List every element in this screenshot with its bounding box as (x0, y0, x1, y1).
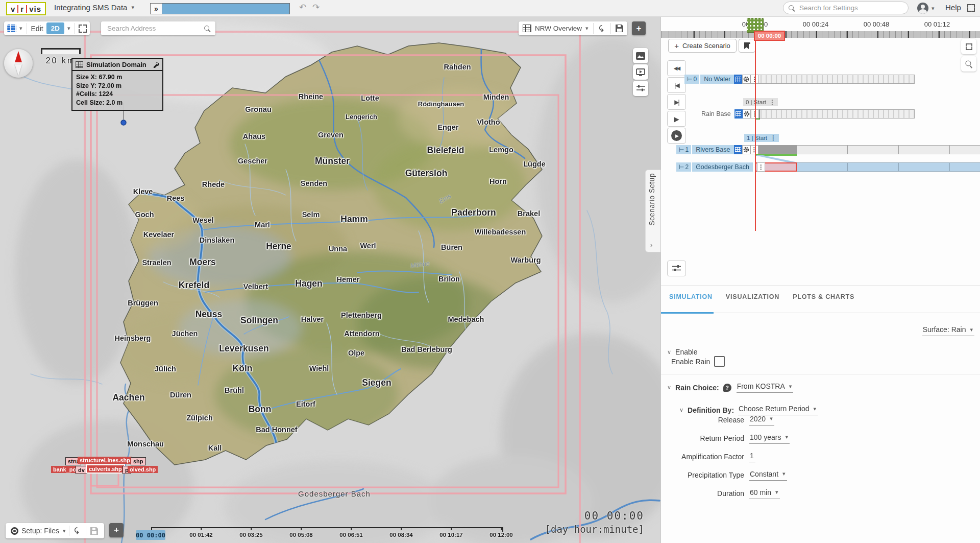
scenario-row-no-water[interactable]: ⊢0 No Water ⋮ (684, 75, 758, 84)
shapefile-label[interactable]: olved.shp (128, 466, 158, 473)
no-water-track[interactable] (755, 75, 915, 84)
scenario-row-rain-base[interactable]: Rain Base ⋮ (698, 109, 759, 119)
rain-choice-select[interactable]: From KOSTRA▾ (737, 382, 794, 393)
avatar-chevron-icon[interactable]: ▾ (932, 5, 935, 12)
scenario-gear-icon[interactable] (742, 75, 750, 84)
shapefile-label[interactable]: culverts.shp (86, 464, 125, 474)
tab[interactable]: PLOTS & CHARTS (793, 290, 854, 303)
timeline-settings-button[interactable] (667, 261, 686, 276)
city-label: Warburg (510, 256, 541, 264)
add-view-button[interactable]: + (632, 21, 646, 35)
wrench-icon[interactable] (153, 61, 159, 68)
field-value-control[interactable]: Constant▾ (749, 470, 787, 481)
address-search-input[interactable] (106, 24, 204, 33)
scenario-row-rivers-base[interactable]: ⊢1 Rivers Base ⋮ (676, 145, 758, 154)
scenario-label[interactable]: Godesberger Bach (692, 162, 753, 172)
reset-view-icon[interactable]: ↶ (596, 25, 607, 32)
load-progress-bar[interactable]: » (150, 3, 290, 14)
map-canvas[interactable]: RahdenMindenRheineLotteRödinghausenGrona… (0, 16, 660, 543)
map-fullscreen-icon[interactable] (79, 25, 87, 33)
map-settings-button[interactable] (633, 81, 648, 96)
play-button[interactable]: ▶ (667, 111, 686, 127)
scenario-setup-tab[interactable]: Scenario Setup › (645, 170, 660, 252)
scenario-label[interactable]: Rain Base (698, 109, 734, 119)
playhead-badge[interactable]: 00 00:00 (754, 31, 785, 41)
screenshot-button[interactable] (633, 48, 648, 63)
rain-base-track[interactable] (755, 109, 915, 119)
setup-reset-icon[interactable]: ↶ (72, 527, 83, 534)
rewind-button[interactable]: ◀◀ (667, 60, 686, 76)
scenario-gear-icon[interactable] (743, 109, 751, 119)
address-search[interactable] (101, 21, 215, 35)
project-title: Integrating SMS Data (54, 3, 127, 12)
settings-search-input[interactable] (798, 4, 903, 12)
scenario-label[interactable]: No Water (700, 75, 734, 84)
overview-chevron-icon[interactable]: ▾ (585, 25, 589, 32)
enable-section-header[interactable]: ∨ Enable (667, 348, 698, 356)
undo-icon[interactable]: ↶ (299, 2, 306, 13)
field-value-control[interactable]: 2020▾ (749, 415, 774, 426)
scenario-gear-icon[interactable] (742, 145, 750, 154)
help-icon[interactable]: ? (723, 384, 731, 392)
setup-add-button[interactable]: + (109, 523, 124, 537)
rivers-base-track[interactable] (797, 145, 980, 154)
scenario-kebab-icon[interactable]: ⋮ (757, 162, 765, 172)
scenario-row-godesberger[interactable]: ⊢2 Godesberger Bach ⋮ (676, 162, 765, 172)
godesberger-track[interactable] (797, 162, 980, 172)
surface-select[interactable]: Surface: Rain▾ (922, 325, 974, 336)
setup-chevron-icon[interactable]: ▾ (63, 528, 66, 534)
panel-fullscreen-button[interactable] (961, 39, 976, 54)
tab[interactable]: VISUALIZATION (726, 290, 779, 303)
avatar[interactable] (917, 3, 928, 14)
settings-search[interactable] (783, 2, 909, 14)
field-value-control[interactable]: 1 (749, 452, 755, 462)
city-label: Velbert (243, 282, 268, 291)
grid-layer-chevron-icon[interactable]: ▾ (19, 25, 22, 32)
setup-visibility-icon[interactable] (8, 527, 21, 535)
edit-button[interactable]: Edit (31, 25, 43, 33)
domain-tooltip-line: #Cells: 1224 (76, 90, 159, 99)
timeline-ruler[interactable] (661, 31, 980, 38)
divider (661, 285, 980, 286)
address-search-icon[interactable] (204, 26, 210, 32)
mode-chevron-icon[interactable]: ▾ (67, 25, 70, 32)
playhead-line[interactable] (755, 31, 756, 231)
keyframe-badge-1[interactable]: 1 | Start⋮ (744, 134, 779, 142)
scenario-grid-icon[interactable] (734, 75, 742, 84)
play-loop-button[interactable]: ▶ (667, 128, 686, 144)
grid-layer-icon[interactable] (7, 25, 16, 32)
setup-files-select[interactable]: Setup: Files (21, 527, 59, 535)
scenario-grid-icon[interactable] (734, 145, 742, 154)
city-label: Jülich (155, 365, 176, 373)
scenario-grid-icon[interactable] (734, 109, 743, 119)
shapefile-label[interactable]: structureLines.shp (78, 457, 132, 464)
enable-rain-checkbox[interactable] (714, 356, 725, 367)
redo-icon[interactable]: ↷ (312, 2, 320, 13)
save-view-icon[interactable] (616, 25, 623, 32)
help-button[interactable]: Help (945, 3, 961, 12)
rivers-base-active-cell[interactable] (755, 145, 797, 154)
keyframe-badge-0[interactable]: 0 | Start⋮ (743, 98, 778, 106)
field-value-control[interactable]: 60 min▾ (749, 488, 780, 499)
compass[interactable] (4, 49, 33, 78)
create-scenario-button[interactable]: + Create Scenario (668, 39, 737, 53)
mode-2d-button[interactable]: 2D (46, 22, 64, 34)
chevron-expand-icon[interactable]: ∨ (667, 384, 671, 391)
skip-to-end-button[interactable]: ▶| (667, 94, 686, 110)
animation-button[interactable] (633, 64, 648, 80)
city-label: Plettenberg (341, 311, 382, 319)
overview-select[interactable]: NRW Overview (535, 25, 582, 32)
shapefile-label[interactable]: shp (131, 457, 146, 465)
fullscreen-icon[interactable] (967, 4, 975, 12)
project-title-dropdown[interactable]: Integrating SMS Data ▾ (54, 3, 134, 12)
panel-zoom-button[interactable] (961, 56, 976, 72)
field-value-control[interactable]: 100 years▾ (749, 433, 790, 444)
tab[interactable]: SIMULATION (669, 290, 713, 303)
scenario-label[interactable]: Rivers Base (692, 145, 733, 154)
bookmark-scenario-button[interactable] (739, 39, 755, 53)
timeline-current-badge[interactable]: 00 00:00 (136, 530, 165, 540)
top-app-bar: vrvis Integrating SMS Data ▾ » ↶ ↷ ▾ Hel… (0, 0, 980, 17)
skip-to-start-button[interactable]: |◀ (667, 77, 686, 93)
field-row: Precipitation Type Constant▾ (661, 466, 896, 484)
scenario-kebab-icon[interactable]: ⋮ (750, 145, 758, 154)
